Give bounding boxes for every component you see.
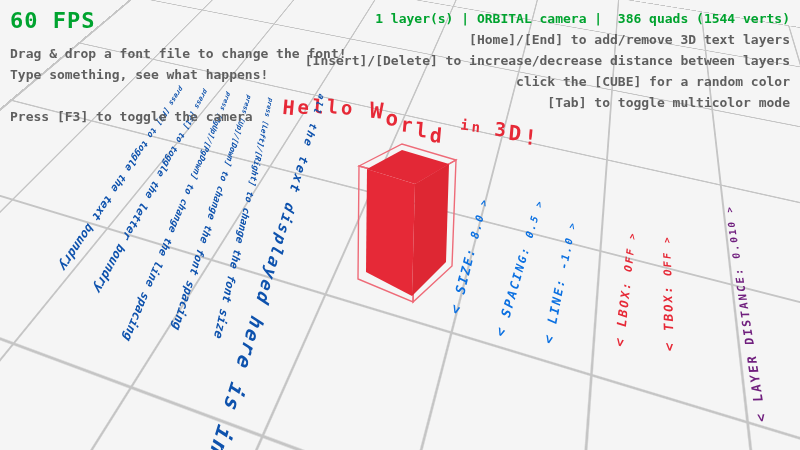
instruction-drag-drop: Drag & drop a font file to change the fo… xyxy=(10,43,347,64)
instruction-layers: [Home]/[End] to add/remove 3D text layer… xyxy=(305,29,790,50)
hud-left: 60 FPS Drag & drop a font file to change… xyxy=(10,8,347,127)
instruction-multicolor: [Tab] to toggle multicolor mode xyxy=(305,92,790,113)
cube-face-right xyxy=(412,164,449,296)
instruction-layer-distance: [Insert]/[Delete] to increase/decrease d… xyxy=(305,50,790,71)
instruction-cube-color: click the [CUBE] for a random color xyxy=(305,71,790,92)
status-bar: 1 layer(s) | ORBITAL camera | 386 quads … xyxy=(305,8,790,29)
fps-counter: 60 FPS xyxy=(10,8,347,33)
instruction-spacer xyxy=(10,85,347,106)
cube-face-front xyxy=(366,169,415,296)
instruction-toggle-camera: Press [F3] to toggle the camera xyxy=(10,106,347,127)
app-window: Hello World in 3D! all the text displaye… xyxy=(0,0,800,450)
instruction-type: Type something, see what happens! xyxy=(10,64,347,85)
hud-right: 1 layer(s) | ORBITAL camera | 386 quads … xyxy=(305,8,790,113)
